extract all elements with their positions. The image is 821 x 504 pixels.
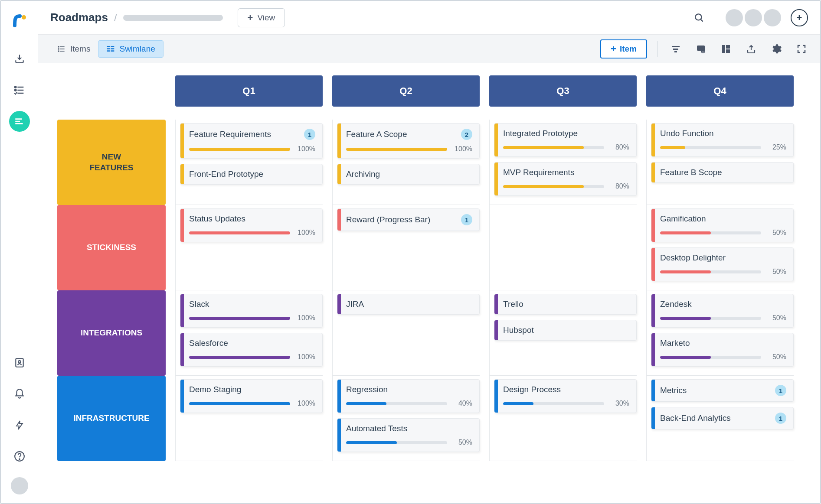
column-header-q3[interactable]: Q3: [489, 75, 637, 107]
card-title: Salesforce: [189, 338, 228, 348]
add-view-button[interactable]: + View: [238, 8, 285, 27]
presence-avatar[interactable]: [764, 9, 781, 26]
card-item[interactable]: Back-End Analytics1: [651, 407, 794, 429]
svg-point-2: [14, 89, 16, 91]
cell-1-3[interactable]: Gamification50%Desktop Delighter50%: [646, 205, 794, 290]
progress-bar: [503, 185, 604, 188]
filter-icon[interactable]: [668, 42, 683, 56]
tab-swimlane[interactable]: Swimlane: [98, 40, 163, 58]
svg-point-0: [22, 15, 26, 20]
nav-notifications-icon[interactable]: [9, 384, 30, 404]
header-add-button[interactable]: +: [791, 9, 808, 26]
lane-label-stickiness[interactable]: STICKINESS: [57, 205, 166, 290]
card-color-stripe: [337, 380, 341, 413]
progress-bar: [189, 402, 290, 405]
cell-3-0[interactable]: Demo Staging100%: [175, 376, 323, 461]
user-avatar[interactable]: [11, 477, 28, 494]
card-title: Status Updates: [189, 214, 245, 224]
card-item[interactable]: Status Updates100%: [180, 208, 323, 242]
lane-label-infrastructure[interactable]: INFRASTRUCTURE: [57, 376, 166, 461]
card-item[interactable]: Metrics1: [651, 379, 794, 402]
export-icon[interactable]: [744, 42, 759, 56]
card-item[interactable]: Marketo50%: [651, 333, 794, 367]
card-item[interactable]: Slack100%: [180, 294, 323, 328]
card-item[interactable]: Feature A Scope2100%: [337, 123, 480, 159]
nav-activity-icon[interactable]: [9, 415, 30, 436]
nav-roadmap-icon[interactable]: [9, 111, 30, 132]
nav-help-icon[interactable]: [9, 446, 30, 467]
card-item[interactable]: Archiving: [337, 164, 480, 185]
card-item[interactable]: Regression40%: [337, 379, 480, 413]
nav-inbox-icon[interactable]: [9, 49, 30, 69]
cell-1-1[interactable]: Reward (Progress Bar)1: [332, 205, 480, 290]
presence-avatar[interactable]: [726, 9, 743, 26]
card-item[interactable]: Undo Function25%: [651, 123, 794, 157]
cell-3-1[interactable]: Regression40%Automated Tests50%: [332, 376, 480, 461]
card-item[interactable]: Trello: [494, 294, 637, 315]
search-icon[interactable]: [691, 10, 707, 26]
progress-percent: 100%: [295, 145, 315, 153]
cell-2-3[interactable]: Zendesk50%Marketo50%: [646, 290, 794, 376]
card-item[interactable]: Reward (Progress Bar)1: [337, 208, 480, 231]
card-item[interactable]: Feature B Scope: [651, 162, 794, 183]
card-item[interactable]: Design Process30%: [494, 379, 637, 413]
layout-icon[interactable]: [719, 42, 733, 56]
add-item-button[interactable]: + Item: [600, 39, 647, 59]
card-color-stripe: [180, 380, 184, 413]
cell-0-1[interactable]: Feature A Scope2100%Archiving: [332, 120, 480, 205]
card-title: Metrics: [660, 386, 687, 395]
lane-label-integrations[interactable]: INTEGRATIONS: [57, 290, 166, 376]
column-header-q4[interactable]: Q4: [646, 75, 794, 107]
link-icon[interactable]: [693, 42, 708, 56]
progress-percent: 80%: [609, 182, 629, 190]
cell-0-0[interactable]: Feature Requirements1100%Front-End Proto…: [175, 120, 323, 205]
cell-0-3[interactable]: Undo Function25%Feature B Scope: [646, 120, 794, 205]
card-item[interactable]: Feature Requirements1100%: [180, 123, 323, 159]
presence-avatar[interactable]: [745, 9, 762, 26]
lane-label-new-features[interactable]: NEWFEATURES: [57, 120, 166, 205]
cell-3-3[interactable]: Metrics1Back-End Analytics1: [646, 376, 794, 461]
cell-1-2[interactable]: [489, 205, 637, 290]
card-item[interactable]: Zendesk50%: [651, 294, 794, 328]
cell-1-0[interactable]: Status Updates100%: [175, 205, 323, 290]
cell-0-2[interactable]: Integrated Prototype80%MVP Requirements8…: [489, 120, 637, 205]
tab-items[interactable]: Items: [49, 40, 98, 58]
progress-percent: 50%: [452, 439, 472, 446]
progress-percent: 25%: [766, 143, 786, 151]
card-color-stripe: [651, 333, 655, 366]
app-logo[interactable]: [11, 12, 28, 29]
card-title: Front-End Prototype: [189, 169, 263, 179]
card-item[interactable]: JIRA: [337, 294, 480, 315]
cell-2-0[interactable]: Slack100%Salesforce100%: [175, 290, 323, 376]
nav-list-icon[interactable]: [9, 80, 30, 101]
progress-percent: 100%: [295, 314, 315, 322]
column-header-q2[interactable]: Q2: [332, 75, 480, 107]
card-title: Regression: [346, 385, 388, 394]
card-color-stripe: [651, 407, 655, 429]
cell-2-2[interactable]: TrelloHubspot: [489, 290, 637, 376]
progress-bar: [503, 402, 604, 405]
svg-rect-21: [673, 49, 678, 50]
card-item[interactable]: Demo Staging100%: [180, 379, 323, 413]
nav-contacts-icon[interactable]: [9, 352, 30, 373]
settings-icon[interactable]: [769, 42, 784, 56]
breadcrumb-placeholder: [123, 15, 223, 21]
svg-rect-26: [726, 45, 730, 49]
card-color-stripe: [337, 124, 341, 158]
cell-3-2[interactable]: Design Process30%: [489, 376, 637, 461]
card-item[interactable]: MVP Requirements80%: [494, 162, 637, 196]
card-item[interactable]: Salesforce100%: [180, 333, 323, 367]
card-item[interactable]: Front-End Prototype: [180, 164, 323, 185]
fullscreen-icon[interactable]: [794, 42, 809, 56]
card-item[interactable]: Hubspot: [494, 320, 637, 341]
card-item[interactable]: Automated Tests50%: [337, 418, 480, 452]
svg-point-4: [18, 361, 20, 363]
column-header-q1[interactable]: Q1: [175, 75, 323, 107]
card-item[interactable]: Integrated Prototype80%: [494, 123, 637, 157]
card-item[interactable]: Gamification50%: [651, 208, 794, 242]
svg-rect-14: [107, 46, 111, 47]
card-item[interactable]: Desktop Delighter50%: [651, 247, 794, 281]
card-badge: 1: [775, 385, 786, 396]
cell-2-1[interactable]: JIRA: [332, 290, 480, 376]
progress-bar: [660, 146, 761, 149]
